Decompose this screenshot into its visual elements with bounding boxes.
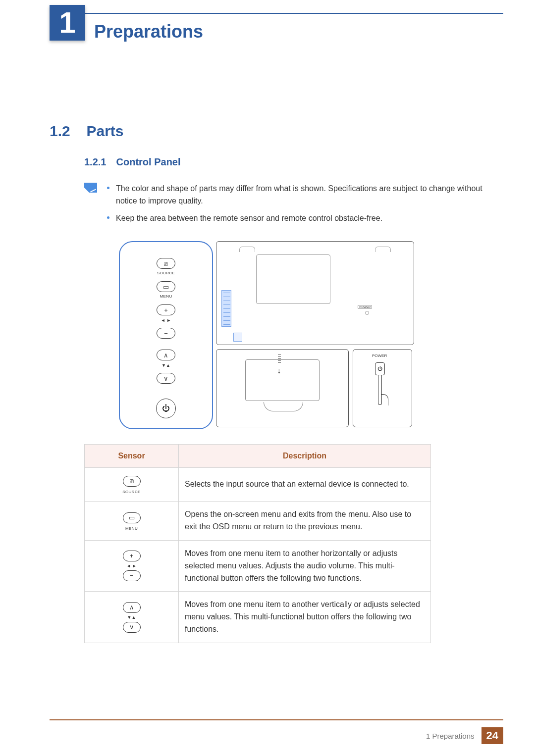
note-item: Keep the area between the remote sensor … bbox=[107, 212, 495, 225]
footer-rule bbox=[50, 719, 503, 720]
menu-label: MENU bbox=[160, 294, 172, 299]
sensor-description: Opens the on-screen menu and exits from … bbox=[179, 502, 431, 541]
section-title: Parts bbox=[86, 123, 123, 139]
note-list: The color and shape of parts may differ … bbox=[107, 183, 535, 229]
up-button-icon: ∧ bbox=[157, 350, 175, 360]
up-down-label: ▼▲ bbox=[161, 363, 170, 368]
up-icon: ∧ bbox=[123, 602, 141, 613]
power-detail-label: POWER bbox=[372, 353, 387, 358]
sensor-description: Moves from one menu item to another hori… bbox=[179, 540, 431, 591]
menu-icon: ▭ bbox=[123, 512, 141, 523]
minus-button-icon: − bbox=[157, 328, 175, 339]
table-row: ∧ ▼▲ ∨ Moves from one menu item to anoth… bbox=[85, 592, 431, 643]
control-panel-table: Sensor Description ⎚ SOURCE Selects the … bbox=[84, 444, 431, 643]
table-row: ▭ MENU Opens the on-screen menu and exit… bbox=[85, 502, 431, 541]
down-button-icon: ∨ bbox=[157, 373, 175, 384]
source-button-icon: ⎚ bbox=[157, 258, 175, 269]
sensor-description: Moves from one menu item to another vert… bbox=[179, 592, 431, 643]
note-icon bbox=[84, 183, 97, 193]
note-item: The color and shape of parts may differ … bbox=[107, 183, 495, 207]
source-label: SOURCE bbox=[157, 271, 175, 275]
left-right-label: ◄ ► bbox=[161, 318, 171, 323]
source-icon: ⎚ bbox=[123, 476, 141, 487]
sensor-label: SOURCE bbox=[91, 490, 172, 494]
footer-chapter-ref: 1 Preparations bbox=[426, 732, 475, 740]
sensor-detail-diagram: ↓ bbox=[216, 349, 349, 427]
chapter-number-badge: 1 bbox=[50, 5, 85, 41]
power-plug-diagram: POWER ⏻ bbox=[353, 349, 412, 427]
sensor-label: ▼▲ bbox=[91, 615, 172, 620]
table-row: ⎚ SOURCE Selects the input source that a… bbox=[85, 468, 431, 502]
menu-button-icon: ▭ bbox=[157, 281, 175, 292]
plus-button-icon: + bbox=[157, 304, 175, 315]
th-sensor: Sensor bbox=[85, 445, 179, 468]
control-panel-callout: ⎚ SOURCE ▭ MENU + ◄ ► − ∧ ▼▲ ∨ ⏻ bbox=[119, 241, 213, 429]
minus-icon: − bbox=[123, 570, 141, 581]
chapter-title: Preparations bbox=[94, 21, 203, 42]
th-description: Description bbox=[179, 445, 431, 468]
section-number: 1.2 bbox=[50, 123, 84, 140]
table-row: + ◄ ► − Moves from one menu item to anot… bbox=[85, 540, 431, 591]
sensor-description: Selects the input source that an externa… bbox=[179, 468, 431, 502]
down-icon: ∨ bbox=[123, 622, 141, 633]
sensor-label: MENU bbox=[91, 526, 172, 531]
sensor-label: ◄ ► bbox=[91, 563, 172, 568]
monitor-rear-diagram: POWER bbox=[216, 241, 414, 345]
power-button-icon: ⏻ bbox=[156, 399, 176, 418]
plus-icon: + bbox=[123, 551, 141, 561]
subsection-number: 1.2.1 bbox=[84, 156, 106, 167]
subsection-title: Control Panel bbox=[116, 156, 181, 167]
page-number-badge: 24 bbox=[482, 727, 503, 744]
monitor-power-tag: POWER bbox=[358, 305, 372, 309]
control-panel-illustration: ⎚ SOURCE ▭ MENU + ◄ ► − ∧ ▼▲ ∨ ⏻ POWER ↓… bbox=[119, 241, 535, 429]
